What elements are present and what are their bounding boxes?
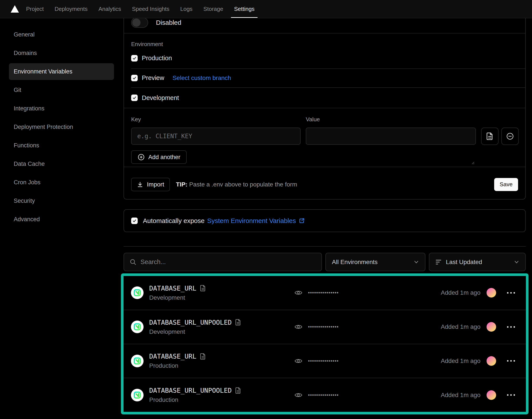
- toggle-knob: [132, 18, 140, 27]
- vercel-logo-icon[interactable]: [11, 5, 19, 13]
- note-icon[interactable]: [200, 353, 206, 360]
- external-link-icon: [299, 218, 305, 224]
- top-navigation: Project Deployments Analytics Speed Insi…: [0, 0, 532, 18]
- nav-tab-project[interactable]: Project: [26, 0, 44, 18]
- sidebar-item-git[interactable]: Git: [9, 82, 114, 98]
- remove-row-button[interactable]: [501, 128, 519, 145]
- nav-tab-storage[interactable]: Storage: [203, 0, 223, 18]
- search-icon: [130, 259, 136, 266]
- nav-tab-settings[interactable]: Settings: [234, 0, 255, 18]
- save-button[interactable]: Save: [494, 178, 518, 191]
- row-actions-menu[interactable]: [507, 393, 515, 397]
- add-another-button[interactable]: Add another: [131, 150, 187, 164]
- eye-icon[interactable]: [295, 290, 302, 296]
- disabled-toggle[interactable]: [131, 17, 148, 28]
- sidebar-item-advanced[interactable]: Advanced: [9, 211, 114, 228]
- paste-env-button[interactable]: [481, 128, 499, 145]
- env-var-environment: Production: [149, 396, 241, 403]
- nav-tab-deployments[interactable]: Deployments: [55, 0, 88, 18]
- environment-section-label: Environment: [131, 41, 525, 47]
- env-var-row: DATABASE_URL Development •••••••••••••••: [123, 276, 526, 310]
- note-icon[interactable]: [235, 387, 241, 394]
- sidebar-item-data-cache[interactable]: Data Cache: [9, 156, 114, 172]
- environment-filter-value: All Environments: [332, 259, 378, 266]
- sidebar-item-functions[interactable]: Functions: [9, 137, 114, 154]
- system-env-variables-link[interactable]: System Environment Variables: [207, 217, 296, 224]
- env-var-list-highlighted: DATABASE_URL Development •••••••••••••••: [121, 273, 529, 414]
- search-input[interactable]: [140, 258, 316, 266]
- plus-circle-icon: [137, 153, 145, 161]
- eye-icon[interactable]: [295, 324, 302, 330]
- env-var-row: DATABASE_URL_UNPOOLED Development ••••••…: [123, 310, 526, 344]
- environment-checkbox-production[interactable]: [131, 55, 138, 62]
- sort-value: Last Updated: [446, 259, 482, 266]
- masked-value: •••••••••••••••: [308, 290, 339, 295]
- environment-checkbox-development[interactable]: [131, 94, 138, 101]
- environment-option-label: Development: [142, 94, 179, 102]
- note-icon[interactable]: [235, 319, 241, 326]
- nav-tab-speed-insights[interactable]: Speed Insights: [132, 0, 169, 18]
- active-tab-underline: [231, 17, 258, 18]
- nav-tab-analytics[interactable]: Analytics: [98, 0, 121, 18]
- import-label: Import: [147, 181, 164, 188]
- sort-lines-icon: [436, 259, 442, 265]
- neon-integration-icon: [131, 287, 144, 299]
- env-var-filter-row: All Environments Last Updated: [123, 253, 526, 271]
- import-button[interactable]: Import: [131, 178, 170, 191]
- masked-value: •••••••••••••••: [308, 393, 339, 398]
- env-var-name: DATABASE_URL: [149, 353, 196, 360]
- env-var-name: DATABASE_URL_UNPOOLED: [149, 387, 232, 394]
- section-divider: [123, 246, 526, 247]
- sidebar-item-security[interactable]: Security: [9, 193, 114, 209]
- env-var-environment: Production: [149, 362, 206, 369]
- document-icon: [486, 132, 493, 140]
- user-avatar: [487, 322, 496, 332]
- user-avatar: [487, 288, 496, 298]
- sidebar-item-general[interactable]: General: [9, 26, 114, 43]
- environment-option-label: Preview: [142, 74, 164, 81]
- key-input[interactable]: [131, 128, 300, 145]
- sidebar-item-cron-jobs[interactable]: Cron Jobs: [9, 174, 114, 191]
- neon-integration-icon: [131, 355, 144, 367]
- sidebar-item-domains[interactable]: Domains: [9, 45, 114, 62]
- environment-checkbox-preview[interactable]: [131, 75, 138, 81]
- sidebar-item-environment-variables[interactable]: Environment Variables: [9, 63, 114, 80]
- key-label: Key: [131, 116, 300, 122]
- form-footer: Import TIP: Paste a .env above to popula…: [124, 167, 525, 199]
- system-env-expose-card: Automatically expose System Environment …: [123, 209, 526, 232]
- neon-integration-icon: [131, 389, 144, 401]
- sidebar-item-deployment-protection[interactable]: Deployment Protection: [9, 119, 114, 135]
- environment-option-row-development: Development: [131, 87, 525, 108]
- add-another-label: Add another: [148, 154, 180, 161]
- environment-section: Environment Production Preview Select cu…: [124, 33, 525, 108]
- row-actions-menu[interactable]: [507, 359, 515, 363]
- sidebar-item-integrations[interactable]: Integrations: [9, 100, 114, 117]
- row-actions-menu[interactable]: [507, 291, 515, 295]
- env-var-row: DATABASE_URL Production •••••••••••••••: [123, 344, 526, 378]
- settings-sidebar: General Domains Environment Variables Gi…: [0, 18, 123, 228]
- download-icon: [137, 181, 143, 188]
- nav-tab-logs[interactable]: Logs: [180, 0, 192, 18]
- note-icon[interactable]: [200, 285, 206, 292]
- value-input[interactable]: [306, 128, 476, 145]
- expose-label: Automatically expose System Environment …: [143, 217, 305, 224]
- search-box[interactable]: [123, 253, 322, 271]
- env-var-row: DATABASE_URL_UNPOOLED Production •••••••…: [123, 378, 526, 412]
- toggle-label: Disabled: [156, 17, 181, 28]
- row-actions-menu[interactable]: [507, 325, 515, 329]
- expose-checkbox[interactable]: [131, 218, 138, 224]
- vercel-project-settings-page: Project Deployments Analytics Speed Insi…: [0, 0, 532, 419]
- key-value-section: Key Value Add another: [124, 108, 525, 167]
- environment-filter-dropdown[interactable]: All Environments: [325, 253, 425, 271]
- eye-icon[interactable]: [295, 392, 302, 398]
- sort-dropdown[interactable]: Last Updated: [429, 253, 526, 271]
- masked-value: •••••••••••••••: [308, 324, 339, 329]
- select-custom-branch-link[interactable]: Select custom branch: [173, 75, 231, 81]
- env-var-form-card: Disabled Environment Production Preview …: [123, 0, 526, 199]
- eye-icon[interactable]: [295, 358, 302, 364]
- resize-handle-icon[interactable]: [471, 161, 475, 165]
- added-timestamp: Added 1m ago: [441, 323, 480, 330]
- env-var-environment: Development: [149, 294, 206, 301]
- env-var-name: DATABASE_URL_UNPOOLED: [149, 319, 232, 326]
- user-avatar: [487, 356, 496, 366]
